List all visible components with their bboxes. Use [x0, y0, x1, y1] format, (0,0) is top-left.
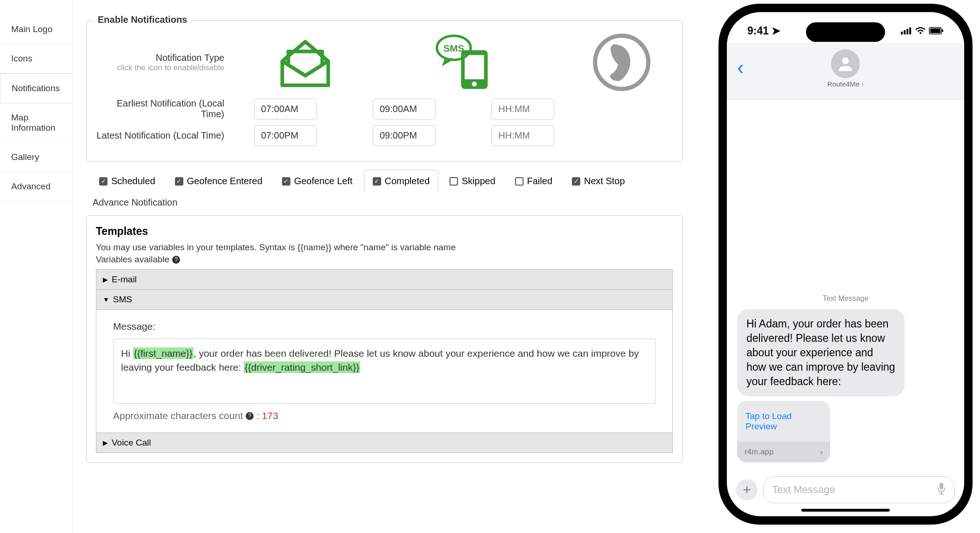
help-icon[interactable]: ? — [172, 256, 180, 264]
notification-event-tabs: Scheduled Geofence Entered Geofence Left… — [91, 170, 683, 193]
svg-point-14 — [842, 58, 849, 64]
voice-earliest-input[interactable] — [491, 99, 554, 120]
add-attachment-button[interactable]: + — [736, 479, 758, 500]
sidebar-item-icons[interactable]: Icons — [0, 44, 73, 73]
svg-text:SMS: SMS — [443, 43, 464, 53]
svg-rect-15 — [940, 483, 943, 489]
tab-geofence-entered[interactable]: Geofence Entered — [167, 170, 271, 192]
location-icon: ➤ — [772, 25, 780, 37]
fieldset-legend: Enable Notifications — [94, 14, 191, 25]
phone-mockup: 9:41 ➤ ‹ Route4Me Text Message Hi Adam, … — [718, 4, 973, 525]
tab-failed[interactable]: Failed — [507, 170, 561, 192]
advance-notification-link[interactable]: Advance Notification — [93, 197, 683, 208]
message-body: Text Message Hi Adam, your order has bee… — [727, 100, 964, 471]
sms-icon[interactable]: SMS — [433, 32, 494, 93]
voice-latest-input[interactable] — [491, 125, 554, 146]
checkbox-icon[interactable] — [450, 177, 458, 186]
sms-message-editor[interactable]: Hi {{first_name}}, your order has been d… — [113, 339, 656, 404]
message-bubble: Hi Adam, your order has been delivered! … — [737, 309, 905, 396]
contact-name: Route4Me — [827, 80, 864, 88]
svg-point-2 — [472, 82, 477, 87]
earliest-label: Earliest Notification (Local Time) — [96, 98, 235, 120]
sidebar: Main Logo Icons Notifications Map Inform… — [0, 0, 73, 533]
checkbox-icon[interactable] — [373, 177, 381, 186]
link-preview-title: Tap to Load Preview — [737, 401, 830, 442]
svg-point-10 — [920, 32, 921, 34]
email-earliest-input[interactable] — [254, 99, 317, 120]
phone-notch — [806, 22, 885, 42]
enable-notifications-fieldset: Enable Notifications Notification Type c… — [86, 20, 683, 161]
chevron-right-icon: › — [820, 447, 823, 457]
home-indicator[interactable] — [801, 509, 890, 512]
chevron-right-icon: ▶ — [103, 276, 108, 283]
help-icon[interactable]: ? — [246, 412, 254, 420]
char-count: Approximate characters count ? : 173 — [113, 410, 656, 421]
sms-latest-input[interactable] — [373, 125, 436, 146]
accordion-voice[interactable]: ▶ Voice Call — [96, 433, 673, 453]
link-preview-domain: r4m.app — [745, 447, 773, 457]
status-icons — [901, 25, 944, 37]
sms-earliest-input[interactable] — [373, 99, 436, 120]
latest-label: Latest Notification (Local Time) — [96, 130, 235, 141]
sidebar-item-notifications[interactable]: Notifications — [0, 73, 73, 103]
variables-available-label: Variables available ? — [96, 254, 673, 265]
compose-input[interactable]: Text Message — [763, 476, 955, 503]
templates-heading: Templates — [96, 225, 673, 238]
svg-rect-6 — [901, 32, 903, 34]
message-header: ‹ Route4Me — [727, 43, 964, 100]
sidebar-item-advanced[interactable]: Advanced — [0, 172, 73, 201]
back-button[interactable]: ‹ — [737, 56, 744, 79]
svg-rect-1 — [465, 55, 484, 79]
status-time: 9:41 ➤ — [747, 25, 780, 37]
notification-type-label: Notification Type click the icon to enab… — [96, 53, 235, 73]
svg-rect-9 — [909, 27, 911, 34]
signal-icon — [901, 25, 912, 37]
svg-rect-8 — [906, 29, 908, 34]
checkbox-icon[interactable] — [572, 177, 580, 186]
tab-scheduled[interactable]: Scheduled — [91, 170, 164, 192]
battery-icon — [929, 25, 944, 37]
svg-rect-7 — [904, 30, 906, 34]
templates-panel: Templates You may use variables in your … — [86, 215, 683, 463]
voice-icon[interactable] — [591, 32, 652, 93]
contact-header[interactable]: Route4Me — [827, 49, 864, 88]
accordion-email[interactable]: ▶ E-mail — [96, 269, 673, 290]
tab-completed[interactable]: Completed — [364, 170, 439, 193]
avatar-icon — [831, 49, 860, 78]
checkbox-icon[interactable] — [282, 177, 290, 186]
wifi-icon — [915, 25, 926, 37]
microphone-icon[interactable] — [937, 482, 946, 497]
text-message-label: Text Message — [737, 294, 954, 303]
tab-geofence-left[interactable]: Geofence Left — [274, 170, 361, 192]
tab-next-stop[interactable]: Next Stop — [564, 170, 633, 192]
checkbox-icon[interactable] — [175, 177, 183, 186]
checkbox-icon[interactable] — [515, 177, 524, 186]
sidebar-item-gallery[interactable]: Gallery — [0, 143, 73, 172]
message-label: Message: — [113, 321, 656, 332]
checkbox-icon[interactable] — [99, 177, 107, 186]
sidebar-item-main-logo[interactable]: Main Logo — [0, 15, 73, 44]
svg-rect-12 — [930, 28, 940, 33]
chevron-down-icon: ▼ — [103, 296, 109, 303]
chevron-right-icon: ▶ — [103, 439, 108, 446]
svg-rect-13 — [942, 29, 943, 32]
accordion-sms[interactable]: ▼ SMS — [96, 290, 673, 310]
content-panel: Enable Notifications Notification Type c… — [73, 0, 696, 533]
link-preview[interactable]: Tap to Load Preview r4m.app › — [737, 401, 830, 462]
variable-driver-rating-link: {{driver_rating_short_link}} — [244, 361, 360, 373]
tab-skipped[interactable]: Skipped — [441, 170, 503, 192]
templates-hint: You may use variables in your templates.… — [96, 242, 673, 253]
sidebar-item-map-information[interactable]: Map Information — [0, 103, 73, 143]
accordion-sms-body: Message: Hi {{first_name}}, your order h… — [96, 310, 673, 433]
email-latest-input[interactable] — [254, 125, 317, 146]
variable-first-name: {{first_name}} — [133, 347, 194, 359]
email-icon[interactable] — [275, 32, 336, 93]
